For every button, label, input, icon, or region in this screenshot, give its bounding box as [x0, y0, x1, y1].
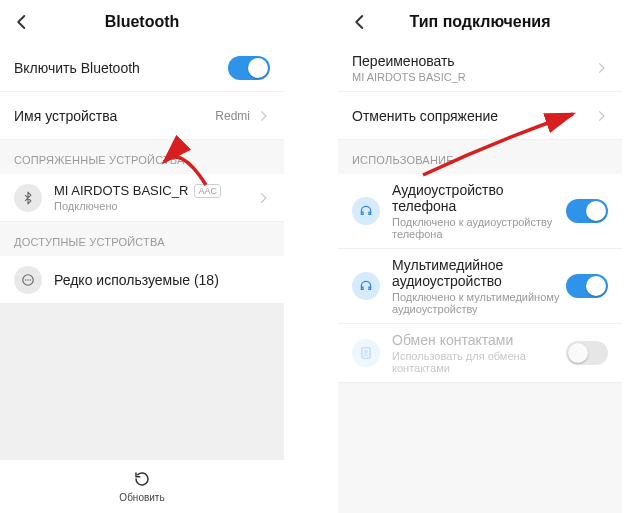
rename-row[interactable]: Переименовать MI AIRDOTS BASIC_R: [338, 44, 622, 92]
rare-devices-row[interactable]: Редко используемые (18): [0, 256, 284, 304]
chevron-left-icon: [13, 13, 31, 31]
audio-media-row[interactable]: Мультимедийное аудиоустройство Подключен…: [338, 249, 622, 324]
refresh-button[interactable]: Обновить: [0, 459, 284, 513]
left-screenshot: Bluetooth Включить Bluetooth Имя устройс…: [0, 0, 284, 513]
unpair-row[interactable]: Отменить сопряжение: [338, 92, 622, 140]
usage-section-header: ИСПОЛЬЗОВАНИЕ: [338, 140, 622, 174]
contacts-toggle[interactable]: [566, 341, 608, 365]
audio-phone-row[interactable]: Аудиоустройство телефона Подключено к ау…: [338, 174, 622, 249]
bluetooth-toggle-row[interactable]: Включить Bluetooth: [0, 44, 284, 92]
chevron-left-icon: [351, 13, 369, 31]
svg-point-5: [365, 351, 368, 354]
headphones-icon: [352, 272, 380, 300]
paired-device-row[interactable]: MI AIRDOTS BASIC_R AAC Подключено: [0, 174, 284, 222]
rename-sub: MI AIRDOTS BASIC_R: [352, 71, 594, 83]
left-title: Bluetooth: [36, 13, 248, 31]
bluetooth-toggle[interactable]: [228, 56, 270, 80]
contacts-sub: Использовать для обмена контактами: [392, 350, 566, 374]
paired-section-header: СОПРЯЖЕННЫЕ УСТРОЙСТВА: [0, 140, 284, 174]
right-title: Тип подключения: [374, 13, 586, 31]
audio-media-title: Мультимедийное аудиоустройство: [392, 257, 566, 289]
audio-phone-sub: Подключено к аудиоустройству телефона: [392, 216, 566, 240]
bluetooth-icon: [14, 184, 42, 212]
empty-area: [0, 304, 284, 459]
chevron-right-icon: [594, 61, 608, 75]
left-header: Bluetooth: [0, 0, 284, 44]
audio-phone-toggle[interactable]: [566, 199, 608, 223]
unpair-label: Отменить сопряжение: [352, 108, 594, 124]
contacts-row[interactable]: Обмен контактами Использовать для обмена…: [338, 324, 622, 383]
contacts-title: Обмен контактами: [392, 332, 566, 348]
device-name-value: Redmi: [215, 109, 250, 123]
chevron-right-icon: [256, 191, 270, 205]
audio-media-sub: Подключено к мультимедийному аудиоустрой…: [392, 291, 566, 315]
headphones-icon: [352, 197, 380, 225]
refresh-label: Обновить: [119, 492, 164, 503]
chevron-right-icon: [256, 109, 270, 123]
dots-icon: [14, 266, 42, 294]
aac-badge: AAC: [194, 184, 221, 198]
paired-device-name: MI AIRDOTS BASIC_R: [54, 183, 188, 198]
svg-point-2: [27, 279, 29, 281]
right-screenshot: Тип подключения Переименовать MI AIRDOTS…: [338, 0, 622, 513]
back-button[interactable]: [8, 13, 36, 31]
right-header: Тип подключения: [338, 0, 622, 44]
device-name-row[interactable]: Имя устройства Redmi: [0, 92, 284, 140]
contacts-icon: [352, 339, 380, 367]
chevron-right-icon: [594, 109, 608, 123]
audio-media-toggle[interactable]: [566, 274, 608, 298]
rename-label: Переименовать: [352, 53, 594, 69]
back-button[interactable]: [346, 13, 374, 31]
paired-device-status: Подключено: [54, 200, 256, 212]
device-name-label: Имя устройства: [14, 108, 215, 124]
audio-phone-title: Аудиоустройство телефона: [392, 182, 566, 214]
svg-point-3: [30, 279, 32, 281]
refresh-icon: [131, 468, 153, 490]
rare-devices-label: Редко используемые (18): [54, 272, 270, 288]
svg-point-1: [25, 279, 27, 281]
bluetooth-toggle-label: Включить Bluetooth: [14, 60, 228, 76]
available-section-header: ДОСТУПНЫЕ УСТРОЙСТВА: [0, 222, 284, 256]
